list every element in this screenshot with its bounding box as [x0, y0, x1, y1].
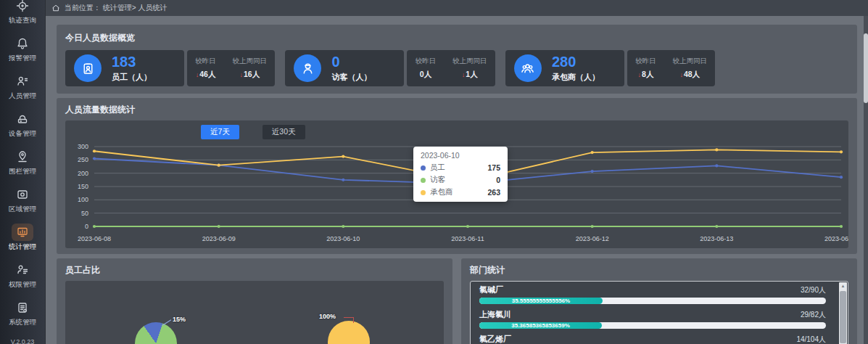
sidebar-item-fence-management[interactable]: 围栏管理	[0, 142, 45, 180]
dept-percent-label: 35.36585365853659%	[511, 322, 570, 329]
stat-card-text: 280承包商（人）	[552, 54, 600, 83]
delta-label: 较上周同日	[233, 57, 268, 66]
tab-last-30-days[interactable]: 近30天	[263, 125, 305, 139]
tooltip-date: 2023-06-10	[421, 151, 500, 160]
tab-last-7-days[interactable]: 近7天	[201, 125, 239, 139]
tooltip-row: 员工175	[421, 163, 500, 173]
sidebar-item-label: 设备管理	[9, 129, 36, 139]
svg-text:150: 150	[78, 183, 88, 190]
svg-text:2023-06-14: 2023-06-14	[824, 235, 848, 242]
permission-icon	[12, 261, 33, 279]
stat-card-deltas: 较昨日↓46人较上周同日↓16人	[187, 50, 276, 86]
page-scrollbar-thumb[interactable]	[864, 33, 868, 103]
dept-name: 氯碱厂	[479, 284, 503, 295]
page-scrollbar[interactable]	[864, 16, 868, 344]
scroll-up-icon[interactable]: ▲	[839, 282, 847, 290]
sidebar-item-device-management[interactable]: 设备管理	[0, 105, 45, 142]
stat-value: 0	[331, 54, 371, 69]
breadcrumb-path: 统计管理> 人员统计	[103, 4, 168, 12]
svg-text:250: 250	[78, 156, 88, 163]
sidebar-item-label: 统计管理	[9, 242, 36, 252]
arrow-down-icon: ↓	[196, 71, 199, 78]
chart-tooltip: 2023-06-10 员工175访客0承包商263	[413, 147, 508, 202]
sidebar-item-alarm-management[interactable]: 报警管理	[0, 29, 45, 67]
stat-card-text: 0访客（人）	[331, 54, 371, 83]
sidebar-item-trajectory-query[interactable]: 轨迹查询	[0, 0, 45, 29]
delta-column: 较上周同日↓48人	[673, 57, 708, 80]
area-icon	[12, 186, 33, 203]
stat-card-main: 280承包商（人）	[505, 50, 624, 86]
tooltip-series-value: 175	[487, 163, 500, 172]
svg-text:2023-06-11: 2023-06-11	[451, 235, 484, 242]
svg-text:2023-06-13: 2023-06-13	[700, 235, 733, 242]
dept-percent-label: 35.55555555555556%	[512, 298, 571, 304]
stat-card-main: 183员工（人）	[65, 50, 184, 86]
series-dot-icon	[421, 178, 426, 183]
stat-value: 183	[112, 54, 152, 69]
delta-value: ↓48人	[679, 70, 700, 80]
scrollbar-thumb[interactable]	[840, 291, 846, 343]
employee-status-pie[interactable]	[135, 322, 177, 344]
department-stats-panel: 部门统计 氯碱厂32/90人35.55555555555556%上海氯川29/8…	[461, 258, 857, 344]
arrow-down-icon: ↓	[638, 71, 642, 78]
main-content: 今日人员数据概览 183员工（人）较昨日↓46人较上周同日↓16人0访客（人）较…	[46, 16, 868, 344]
contractor-status-pie[interactable]	[328, 321, 370, 344]
department-rows: 氯碱厂32/90人35.55555555555556%上海氯川29/82人35.…	[479, 284, 826, 344]
dept-name: 氯乙烯厂	[479, 334, 511, 344]
delta-column: 较上周同日↓16人	[233, 57, 268, 80]
sidebar-item-permission-management[interactable]: 权限管理	[0, 255, 45, 293]
flow-chart-box: 近7天近30天 0501001502002503002023-06-082023…	[65, 120, 848, 248]
stat-label: 访客（人）	[331, 72, 371, 83]
sidebar-item-label: 轨迹查询	[9, 16, 36, 25]
visitor-icon	[294, 54, 321, 82]
delta-label: 较昨日	[635, 57, 656, 66]
home-icon[interactable]	[51, 4, 60, 12]
dept-progress-bar: 35.55555555555556%	[479, 298, 603, 304]
tooltip-row: 承包商263	[421, 187, 500, 197]
overview-title: 今日人员数据概览	[65, 32, 848, 44]
sidebar-item-area-management[interactable]: 区域管理	[0, 180, 45, 218]
svg-text:0: 0	[85, 223, 88, 230]
dept-progress-bar: 35.36585365853659%	[479, 322, 602, 329]
stat-cards: 183员工（人）较昨日↓46人较上周同日↓16人0访客（人）较昨日0人较上周同日…	[65, 50, 715, 86]
sidebar-item-label: 权限管理	[9, 280, 36, 290]
sidebar-item-system-management[interactable]: 系统管理	[0, 293, 45, 331]
bottom-row: 员工占比 15% 100% 部门统计	[57, 258, 857, 344]
sidebar-item-statistics-management[interactable]: 统计管理	[0, 218, 45, 255]
range-tabs: 近7天近30天	[201, 123, 848, 141]
delta-label: 较上周同日	[452, 57, 487, 66]
dept-count: 14/104人	[796, 335, 826, 344]
app-version: V.2.0.23	[0, 338, 45, 344]
sidebar-item-personnel-management[interactable]: 人员管理	[0, 67, 45, 105]
pie-callout-connector	[353, 317, 354, 323]
pie-callout-right: 100%	[319, 313, 336, 320]
tooltip-series-name: 员工	[430, 163, 445, 173]
dept-count: 32/90人	[801, 285, 826, 295]
employee-ratio-panel: 员工占比 15% 100%	[57, 258, 452, 344]
stat-card: 280承包商（人）较昨日↓8人较上周同日↓48人	[505, 50, 715, 86]
arrow-down-icon: ↓	[462, 71, 466, 78]
tooltip-series-name: 承包商	[430, 187, 453, 197]
svg-text:2023-06-08: 2023-06-08	[78, 235, 111, 242]
stat-label: 承包商（人）	[552, 72, 600, 83]
employee-badge-icon	[74, 54, 102, 82]
delta-label: 较上周同日	[673, 57, 708, 66]
dept-row: 氯乙烯厂14/104人13.461538461538462%	[479, 334, 826, 344]
department-scrollbar[interactable]: ▲	[839, 282, 847, 344]
svg-text:2023-06-10: 2023-06-10	[326, 235, 360, 242]
pie-callout-left: 15%	[173, 316, 186, 323]
dept-row-header: 氯乙烯厂14/104人	[479, 334, 826, 344]
svg-text:100: 100	[78, 196, 88, 203]
flow-title: 人员流量数据统计	[65, 104, 848, 116]
svg-text:50: 50	[81, 210, 88, 217]
fence-icon	[12, 148, 33, 165]
department-stats-title: 部门统计	[470, 264, 848, 277]
svg-text:2023-06-09: 2023-06-09	[202, 235, 236, 242]
stat-card: 183员工（人）较昨日↓46人较上周同日↓16人	[65, 50, 275, 86]
sidebar: 轨迹查询报警管理人员管理设备管理围栏管理区域管理统计管理权限管理系统管理 V.2…	[0, 0, 46, 344]
stat-card-main: 0访客（人）	[285, 50, 404, 86]
dept-progress-track: 35.55555555555556%	[479, 298, 826, 304]
pie-area: 15% 100%	[65, 281, 444, 344]
tooltip-series-value: 0	[496, 176, 500, 184]
trajectory-icon	[12, 0, 33, 15]
